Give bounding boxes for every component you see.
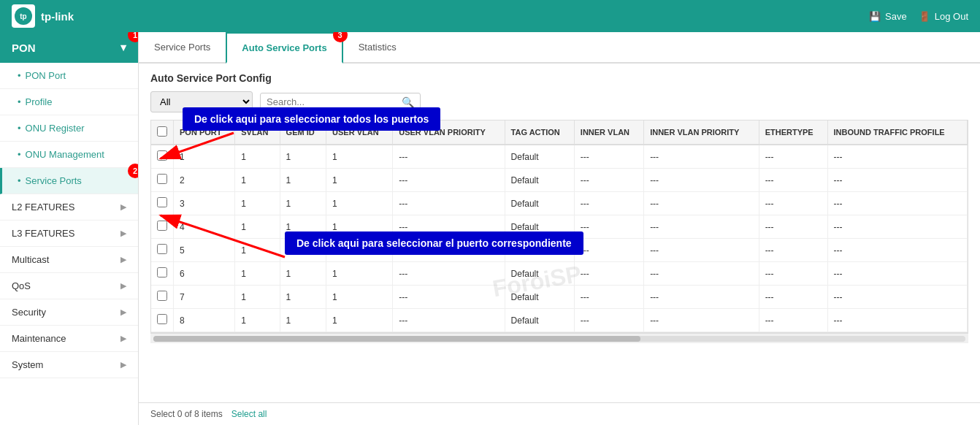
sidebar-item-maintenance[interactable]: Maintenance ▶ xyxy=(0,326,138,352)
cell-ethertype: --- xyxy=(759,309,827,332)
service-ports-table: PON PORT SVLAN GEM ID USER VLAN USER VLA… xyxy=(151,120,968,332)
cell-tag-action: Default xyxy=(505,262,574,286)
horizontal-scrollbar[interactable] xyxy=(150,333,968,343)
select-count: Select 0 of 8 items xyxy=(150,409,223,419)
page-title: Auto Service Port Config xyxy=(150,72,968,84)
cell-pon-port: 6 xyxy=(174,262,235,286)
content-area: Service Ports Auto Service Ports 3 Stati… xyxy=(139,32,980,425)
scroll-track xyxy=(153,336,965,342)
cell-inbound: --- xyxy=(827,309,967,332)
cell-inner-vlan-pri: --- xyxy=(644,262,759,286)
cell-gem-id: 1 xyxy=(280,262,326,286)
cell-user-vlan: 1 xyxy=(326,192,393,215)
cell-inner-vlan-pri: --- xyxy=(644,309,759,332)
cell-user-vlan: 1 xyxy=(326,262,393,286)
sidebar-item-profile[interactable]: • Profile xyxy=(0,89,138,115)
save-icon: 💾 xyxy=(869,11,881,22)
cell-inner-vlan: --- xyxy=(574,169,643,192)
qos-arrow-icon: ▶ xyxy=(120,281,126,291)
table-row: 6 1 1 1 --- Default --- --- --- --- xyxy=(151,262,968,286)
l3-arrow-icon: ▶ xyxy=(120,229,126,238)
cell-svlan: 1 xyxy=(235,239,280,262)
cell-user-vlan-pri: --- xyxy=(393,286,505,309)
sidebar-item-l3-features[interactable]: L3 FEATURES ▶ xyxy=(0,221,138,247)
sidebar-item-onu-management[interactable]: • ONU Management xyxy=(0,142,138,168)
cell-inner-vlan: --- xyxy=(574,239,643,262)
search-input[interactable] xyxy=(267,96,402,107)
logo-icon: tp xyxy=(12,4,35,28)
cell-ethertype: --- xyxy=(759,239,827,262)
cell-ethertype: --- xyxy=(759,169,827,192)
select-all-link[interactable]: Select all xyxy=(231,409,267,419)
scroll-thumb xyxy=(153,336,640,342)
row-checkbox-cell xyxy=(151,215,174,239)
cell-svlan: 1 xyxy=(235,309,280,332)
sidebar-item-security[interactable]: Security ▶ xyxy=(0,299,138,326)
cell-gem-id: 1 xyxy=(280,169,326,192)
system-arrow-icon: ▶ xyxy=(120,360,126,370)
cell-tag-action: Default xyxy=(505,286,574,309)
row-checkbox-7[interactable] xyxy=(157,291,167,301)
maintenance-arrow-icon: ▶ xyxy=(120,334,126,343)
logout-button[interactable]: 🚪 Log Out xyxy=(919,11,968,22)
row-checkbox-cell xyxy=(151,145,174,169)
bullet-icon: • xyxy=(18,96,21,107)
sidebar: PON ▾ 1 • PON Port • Profile • ONU Regis… xyxy=(0,32,139,425)
row-checkbox-6[interactable] xyxy=(157,267,167,277)
row-checkbox-4[interactable] xyxy=(157,221,167,231)
row-checkbox-3[interactable] xyxy=(157,197,167,207)
cell-user-vlan: 1 xyxy=(326,309,393,332)
table-row: 1 1 1 1 --- Default --- --- --- --- xyxy=(151,145,968,169)
cell-inner-vlan: --- xyxy=(574,192,643,215)
th-inner-vlan: INNER VLAN xyxy=(574,120,643,145)
row-checkbox-5[interactable] xyxy=(157,244,167,254)
cell-inner-vlan-pri: --- xyxy=(644,145,759,169)
sidebar-item-service-ports[interactable]: • Service Ports 2 xyxy=(0,168,138,194)
tabs-bar: Service Ports Auto Service Ports 3 Stati… xyxy=(139,32,980,64)
cell-inner-vlan-pri: --- xyxy=(644,215,759,239)
cell-user-vlan-pri: --- xyxy=(393,262,505,286)
row-checkbox-cell xyxy=(151,286,174,309)
sidebar-item-onu-register[interactable]: • ONU Register xyxy=(0,115,138,142)
cell-inbound: --- xyxy=(827,192,967,215)
table-row: 7 1 1 1 --- Default --- --- --- --- xyxy=(151,286,968,309)
logo-text: tp-link xyxy=(41,10,74,23)
cell-inbound: --- xyxy=(827,262,967,286)
sidebar-item-system[interactable]: System ▶ xyxy=(0,352,138,378)
cell-inbound: --- xyxy=(827,169,967,192)
cell-pon-port: 7 xyxy=(174,286,235,309)
cell-pon-port: 1 xyxy=(174,145,235,169)
topbar: tp tp-link 💾 Save 🚪 Log Out xyxy=(0,0,980,32)
sidebar-item-qos[interactable]: QoS ▶ xyxy=(0,273,138,299)
cell-user-vlan-pri: --- xyxy=(393,309,505,332)
cell-gem-id: 1 xyxy=(280,192,326,215)
cell-tag-action: Default xyxy=(505,309,574,332)
table-wrapper: PON PORT SVLAN GEM ID USER VLAN USER VLA… xyxy=(150,120,968,333)
save-button[interactable]: 💾 Save xyxy=(869,11,907,22)
sidebar-item-multicast[interactable]: Multicast ▶ xyxy=(0,247,138,273)
sidebar-item-pon-port[interactable]: • PON Port xyxy=(0,63,138,89)
logout-icon: 🚪 xyxy=(919,11,930,22)
row-checkbox-cell xyxy=(151,192,174,215)
cell-user-vlan: 1 xyxy=(326,169,393,192)
pon-arrow-icon: ▾ xyxy=(120,41,126,54)
row-checkbox-1[interactable] xyxy=(157,150,167,161)
sidebar-pon[interactable]: PON ▾ 1 xyxy=(0,32,138,63)
sidebar-item-l2-features[interactable]: L2 FEATURES ▶ xyxy=(0,194,138,221)
cell-ethertype: --- xyxy=(759,286,827,309)
tab-auto-service-ports[interactable]: Auto Service Ports 3 xyxy=(226,32,342,64)
cell-inner-vlan-pri: --- xyxy=(644,192,759,215)
tab-statistics[interactable]: Statistics xyxy=(343,32,412,64)
bottom-bar: Select 0 of 8 items Select all xyxy=(139,402,980,425)
cell-pon-port: 4 xyxy=(174,215,235,239)
row-checkbox-8[interactable] xyxy=(157,314,167,324)
cell-tag-action: Default xyxy=(505,192,574,215)
cell-gem-id: 1 xyxy=(280,145,326,169)
row-checkbox-2[interactable] xyxy=(157,174,167,184)
pon-label: PON xyxy=(12,42,36,54)
cell-ethertype: --- xyxy=(759,145,827,169)
tab-service-ports[interactable]: Service Ports xyxy=(139,32,226,64)
bullet-icon: • xyxy=(18,175,21,186)
row-checkbox-cell xyxy=(151,309,174,332)
select-all-checkbox[interactable] xyxy=(157,126,167,137)
